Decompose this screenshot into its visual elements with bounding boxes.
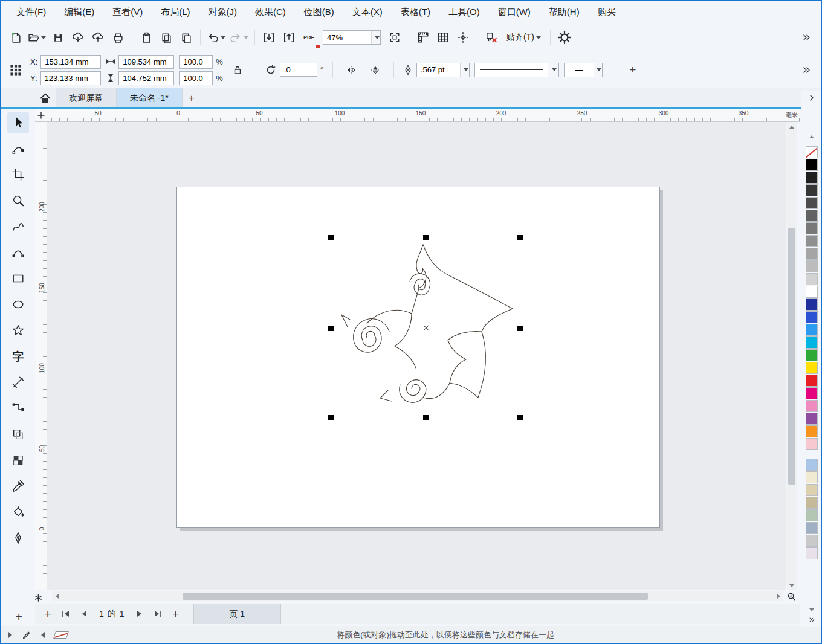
welcome-home-button[interactable] bbox=[35, 88, 56, 108]
polygon-tool[interactable] bbox=[7, 320, 29, 341]
mirror-vertical-button[interactable] bbox=[366, 60, 385, 80]
object-width-input[interactable] bbox=[118, 55, 174, 69]
lock-ratio-button[interactable] bbox=[228, 60, 247, 80]
text-tool[interactable]: 字 bbox=[7, 346, 29, 367]
save-button[interactable] bbox=[48, 27, 68, 48]
drop-shadow-tool[interactable] bbox=[7, 424, 29, 445]
undo-button[interactable] bbox=[205, 27, 227, 48]
first-page-button[interactable] bbox=[57, 605, 75, 622]
color-swatch[interactable] bbox=[806, 336, 818, 349]
pick-tool[interactable] bbox=[7, 112, 29, 133]
toolbar-overflow-button[interactable] bbox=[797, 27, 816, 48]
export-button[interactable] bbox=[279, 27, 299, 48]
outline-width-input[interactable] bbox=[417, 63, 460, 77]
palette-scroll-down-button[interactable] bbox=[809, 608, 814, 611]
show-rulers-button[interactable] bbox=[413, 27, 433, 48]
show-guidelines-button[interactable] bbox=[453, 27, 473, 48]
color-swatch[interactable] bbox=[806, 286, 818, 298]
vertical-scrollbar[interactable] bbox=[787, 122, 797, 590]
color-swatch[interactable] bbox=[806, 235, 818, 247]
arrowhead-select[interactable] bbox=[564, 63, 603, 77]
status-pen-icon[interactable] bbox=[22, 630, 31, 640]
expand-right-icon[interactable] bbox=[7, 631, 13, 639]
options-button[interactable] bbox=[555, 27, 574, 48]
undo-dropdown-caret-icon[interactable] bbox=[221, 36, 225, 39]
horizontal-scroll-thumb[interactable] bbox=[183, 593, 648, 600]
color-eyedropper-tool[interactable] bbox=[7, 476, 29, 497]
transparency-tool[interactable] bbox=[7, 450, 29, 471]
color-swatch[interactable] bbox=[806, 273, 818, 285]
color-swatch[interactable] bbox=[806, 298, 818, 311]
selection-handle-bottom-left[interactable] bbox=[328, 415, 334, 420]
scroll-up-button[interactable] bbox=[787, 122, 797, 132]
outline-width-combobox[interactable] bbox=[416, 63, 470, 77]
fullscreen-preview-button[interactable] bbox=[385, 27, 404, 48]
open-document-button[interactable] bbox=[26, 27, 48, 48]
outline-pen-tool[interactable] bbox=[7, 528, 29, 549]
palette-scroll-up-button[interactable] bbox=[809, 132, 814, 141]
outline-width-dropdown-button[interactable] bbox=[460, 63, 469, 77]
color-swatch[interactable] bbox=[806, 349, 818, 361]
horizontal-ruler[interactable]: 50 0 50 100 150 200 250 300 350 毫米 bbox=[35, 109, 800, 122]
shape-tool[interactable] bbox=[7, 138, 29, 159]
selection-handle-middle-left[interactable] bbox=[328, 326, 334, 331]
menu-effects[interactable]: 效果(C) bbox=[246, 2, 295, 22]
new-tab-button[interactable]: + bbox=[183, 88, 201, 108]
menu-edit[interactable]: 编辑(E) bbox=[55, 2, 103, 22]
color-swatch[interactable] bbox=[806, 184, 818, 196]
dimension-tool[interactable] bbox=[7, 372, 29, 393]
zoom-dropdown-button[interactable] bbox=[371, 31, 380, 44]
new-document-button[interactable] bbox=[6, 27, 25, 48]
object-position-button[interactable] bbox=[6, 60, 25, 80]
color-swatch[interactable] bbox=[806, 362, 818, 374]
add-page-after-button[interactable]: + bbox=[167, 605, 185, 622]
horizontal-scrollbar[interactable] bbox=[52, 591, 783, 601]
color-swatch[interactable] bbox=[806, 311, 818, 323]
document-page[interactable] bbox=[176, 187, 660, 528]
pan-zoom-button[interactable] bbox=[786, 591, 797, 601]
color-swatch[interactable] bbox=[806, 210, 818, 222]
connector-tool[interactable] bbox=[7, 398, 29, 419]
arrowhead-value[interactable] bbox=[565, 63, 594, 77]
scroll-right-button[interactable] bbox=[774, 591, 783, 601]
vertical-ruler[interactable]: 200 150 100 50 0 bbox=[35, 122, 47, 590]
zoom-tool[interactable] bbox=[7, 190, 29, 211]
menu-tools[interactable]: 工具(O) bbox=[439, 2, 489, 22]
import-button[interactable] bbox=[259, 27, 279, 48]
palette-flyout-button[interactable] bbox=[808, 93, 815, 103]
page-1-tab[interactable]: 页 1 bbox=[193, 604, 281, 624]
color-swatch[interactable] bbox=[806, 547, 818, 559]
color-swatch[interactable] bbox=[806, 425, 818, 437]
collapse-left-icon[interactable] bbox=[40, 631, 46, 639]
print-button[interactable] bbox=[108, 27, 128, 48]
selection-handle-top-right[interactable] bbox=[517, 235, 523, 240]
selection-handle-bottom-right[interactable] bbox=[517, 415, 523, 420]
selection-handle-bottom-center[interactable] bbox=[423, 415, 429, 420]
selection-center-icon[interactable] bbox=[422, 324, 429, 331]
tab-untitled-document[interactable]: 未命名 -1* bbox=[117, 88, 183, 108]
redo-button[interactable] bbox=[228, 27, 250, 48]
menu-file[interactable]: 文件(F) bbox=[7, 2, 55, 22]
scroll-left-button[interactable] bbox=[52, 591, 62, 601]
scale-x-input[interactable] bbox=[179, 55, 213, 69]
color-swatch[interactable] bbox=[806, 413, 818, 425]
color-swatch[interactable] bbox=[806, 197, 818, 209]
outline-color-swatch[interactable] bbox=[53, 631, 69, 639]
ellipse-tool[interactable] bbox=[7, 294, 29, 315]
color-swatch[interactable] bbox=[806, 459, 818, 471]
zoom-level-combobox[interactable] bbox=[323, 30, 381, 45]
color-swatch[interactable] bbox=[806, 159, 818, 171]
color-swatch[interactable] bbox=[806, 375, 818, 387]
color-swatch[interactable] bbox=[806, 260, 818, 272]
crop-tool[interactable] bbox=[7, 164, 29, 185]
cloud-open-button[interactable] bbox=[68, 27, 88, 48]
freehand-tool[interactable] bbox=[7, 216, 29, 237]
color-swatch[interactable] bbox=[806, 438, 818, 450]
customize-toolbox-button[interactable]: + bbox=[11, 609, 27, 625]
paste-button[interactable] bbox=[176, 27, 196, 48]
color-swatch[interactable] bbox=[806, 509, 818, 521]
color-swatch[interactable] bbox=[806, 387, 818, 399]
menu-window[interactable]: 窗口(W) bbox=[489, 2, 540, 22]
color-swatch[interactable] bbox=[806, 400, 818, 412]
color-swatch[interactable] bbox=[806, 146, 818, 158]
